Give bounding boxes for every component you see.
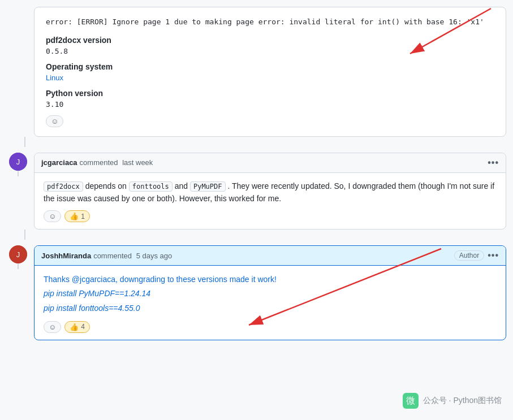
- comment-meta-2: JoshhMiranda commented 5 days ago: [41, 252, 172, 260]
- comment-box-1: jcgarciaca commented last week ••• pdf2d…: [34, 153, 506, 230]
- watermark-icon: 微: [403, 393, 419, 409]
- comment1-reaction-thumbs[interactable]: 👍 1: [64, 210, 90, 222]
- comment-thread-1: J jcgarciaca commented last week •••: [7, 153, 506, 230]
- comment-header-2: JoshhMiranda commented 5 days ago Author…: [35, 246, 506, 266]
- author-comment-line1: Thanks @jcgarciacaThanks @jcgarciaca, do…: [44, 272, 497, 287]
- vertical-line-2: [18, 263, 19, 269]
- watermark: 微 公众号 · Python图书馆: [403, 393, 502, 409]
- pdf2docx-version-value: 0.5.8: [46, 47, 494, 55]
- comment-timestamp-1: commented last week: [80, 158, 153, 167]
- comment-actions-2: Author •••: [454, 250, 499, 261]
- thread-line-top: [24, 137, 25, 147]
- issue-card: error: [ERROR] Ignore page 1 due to maki…: [34, 7, 506, 137]
- comment-author-2[interactable]: JoshhMiranda: [41, 252, 91, 260]
- comment2-reaction-smile[interactable]: ☺: [44, 321, 61, 333]
- svg-text:J: J: [16, 250, 20, 259]
- comment-meta-1: jcgarciaca commented last week: [41, 158, 153, 167]
- author-comment-line2: pip install PyMuPDF==1.24.14: [44, 287, 497, 301]
- avatar-joshhmiranda: J: [9, 245, 27, 263]
- inline-code-fonttools: fonttools: [129, 181, 173, 192]
- kebab-menu-1[interactable]: •••: [488, 158, 499, 168]
- vertical-line-1: [18, 171, 19, 176]
- inline-code-pymupdf: PyMuPDF: [190, 181, 226, 192]
- comment-timestamp-2: commented 5 days ago: [93, 252, 172, 260]
- pdf2docx-version-label: pdf2docx version: [46, 36, 494, 45]
- comment2-reactions: ☺ 👍 4: [44, 321, 497, 333]
- thread-line-middle: [24, 230, 25, 240]
- watermark-text: 公众号 · Python图书馆: [423, 396, 502, 406]
- os-value: Linux: [46, 73, 494, 82]
- kebab-menu-2[interactable]: •••: [488, 250, 499, 261]
- issue-reactions: ☺: [46, 115, 494, 127]
- comment-author-1[interactable]: jcgarciaca: [41, 158, 77, 167]
- python-value: 3.10: [46, 100, 494, 109]
- comment-text-1: pdf2docx depends on fonttools and PyMuPD…: [44, 180, 497, 205]
- comment-thread-2: J JoshhMiranda commented 5 days ago Auth…: [7, 245, 506, 340]
- comment1-reactions: ☺ 👍 1: [44, 210, 497, 222]
- mention-jcgarciaca[interactable]: @jcgarciaca: [72, 275, 115, 284]
- svg-text:J: J: [16, 158, 20, 166]
- os-label: Operating system: [46, 62, 494, 71]
- error-text: error: [ERROR] Ignore page 1 due to maki…: [46, 16, 494, 28]
- comment-actions-1: •••: [488, 158, 499, 168]
- avatar-jcgarciaca: J: [9, 153, 27, 171]
- page-container: error: [ERROR] Ignore page 1 due to maki…: [0, 0, 513, 420]
- thread-line-container-1: J: [7, 153, 29, 176]
- issue-reaction-smile[interactable]: ☺: [46, 115, 63, 127]
- inline-code-pdf2docx: pdf2docx: [44, 181, 83, 192]
- author-comment-line3: pip install fonttools==4.55.0: [44, 301, 497, 315]
- comment1-reaction-smile[interactable]: ☺: [44, 210, 61, 222]
- comment-box-2: JoshhMiranda commented 5 days ago Author…: [34, 245, 506, 340]
- comment-header-1: jcgarciaca commented last week •••: [35, 153, 506, 173]
- comment-body-1: pdf2docx depends on fonttools and PyMuPD…: [35, 173, 506, 230]
- python-label: Python version: [46, 89, 494, 98]
- comment-body-2: Thanks @jcgarciacaThanks @jcgarciaca, do…: [35, 266, 506, 340]
- author-comment-text: Thanks @jcgarciacaThanks @jcgarciaca, do…: [44, 272, 497, 315]
- thread-line-container-2: J: [7, 245, 29, 269]
- author-badge: Author: [454, 250, 484, 261]
- comment2-reaction-thumbs[interactable]: 👍 4: [64, 321, 90, 333]
